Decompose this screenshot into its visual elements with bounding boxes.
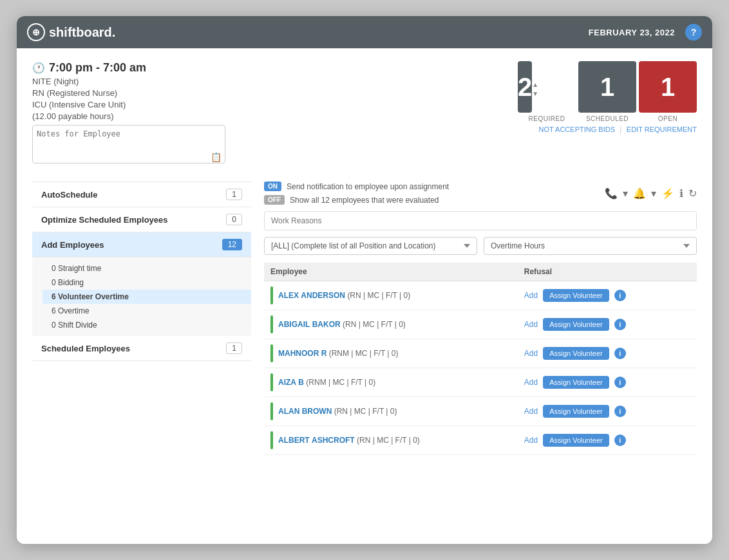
shift-role: RN (Registered Nurse)	[32, 88, 225, 98]
header: ⊕ shiftboard. FEBRUARY 23, 2022 ?	[17, 16, 712, 48]
open-label: OPEN	[639, 115, 697, 122]
col-employee: Employee	[264, 263, 518, 281]
employee-info-icon[interactable]: i	[614, 406, 626, 417]
clock-icon: 🕐	[32, 62, 45, 74]
toggle-evaluated-line: OFF Show all 12 employees that were eval…	[264, 195, 449, 205]
add-link[interactable]: Add	[524, 407, 538, 416]
assign-volunteer-button[interactable]: Assign Volunteer	[543, 289, 609, 302]
emp-name: ALEX ANDERSON (RN | MC | F/T | 0)	[278, 291, 410, 300]
refusal-cell: Add Assign Volunteer i	[518, 368, 697, 397]
emp-bar	[270, 344, 273, 362]
employee-info-icon[interactable]: i	[614, 434, 626, 446]
table-row: ABIGAIL BAKOR (RN | MC | F/T | 0) Add As…	[264, 310, 697, 339]
logo: ⊕ shiftboard.	[27, 23, 115, 41]
emp-name: AIZA B (RNM | MC | F/T | 0)	[278, 378, 375, 387]
stats-actions: NOT ACCEPTING BIDS | EDIT REQUIREMENT	[518, 125, 697, 134]
add-link[interactable]: Add	[524, 291, 538, 300]
refusal-cell: Add Assign Volunteer i	[518, 426, 697, 455]
employee-info-icon[interactable]: i	[614, 319, 626, 330]
shift-time: 🕐 7:00 pm - 7:00 am	[32, 61, 225, 75]
add-link[interactable]: Add	[524, 320, 538, 329]
employee-cell: AIZA B (RNM | MC | F/T | 0)	[264, 368, 518, 397]
assign-volunteer-button[interactable]: Assign Volunteer	[543, 318, 609, 331]
filter-row: [ALL] (Complete list of all Position and…	[264, 237, 697, 255]
assign-volunteer-button[interactable]: Assign Volunteer	[543, 347, 609, 360]
scheduled-number: 1	[578, 61, 636, 113]
phone-icon[interactable]: 📞	[605, 187, 618, 200]
refresh-icon[interactable]: ↻	[688, 187, 697, 200]
sidebar-item-scheduled-employees[interactable]: Scheduled Employees 1	[32, 336, 251, 361]
sub-overtime[interactable]: 6 Overtime	[43, 304, 251, 318]
right-top: ON Send notification to employee upon as…	[264, 182, 697, 205]
info-icon[interactable]: ℹ	[679, 187, 683, 200]
assign-volunteer-button[interactable]: Assign Volunteer	[543, 434, 609, 447]
sub-straight-time[interactable]: 0 Straight time	[43, 261, 251, 275]
table-row: ALAN BROWN (RN | MC | F/T | 0) Add Assig…	[264, 397, 697, 426]
bell-icon[interactable]: 🔔	[633, 187, 646, 200]
lower-section: AutoSchedule 1 Optimize Scheduled Employ…	[32, 182, 697, 531]
refusal-cell: Add Assign Volunteer i	[518, 397, 697, 426]
sub-bidding[interactable]: 0 Bidding	[43, 275, 251, 290]
hours-type-select[interactable]: Overtime Hours	[484, 237, 697, 255]
table-row: ALBERT ASHCROFT (RN | MC | F/T | 0) Add …	[264, 426, 697, 455]
employee-info-icon[interactable]: i	[614, 290, 626, 301]
refusal-cell: Add Assign Volunteer i	[518, 281, 697, 310]
position-location-select[interactable]: [ALL] (Complete list of all Position and…	[264, 237, 477, 255]
employee-info-icon[interactable]: i	[614, 348, 626, 359]
employee-cell: ALEX ANDERSON (RN | MC | F/T | 0)	[264, 281, 518, 310]
work-reasons-input[interactable]	[264, 211, 697, 230]
assign-volunteer-button[interactable]: Assign Volunteer	[543, 376, 609, 389]
sidebar-item-optimize[interactable]: Optimize Scheduled Employees 0	[32, 207, 251, 232]
emp-bar	[270, 286, 273, 304]
stats-boxes: 2 ▲ ▼ REQUIRED 1 SCHEDUL	[518, 61, 697, 122]
toggle-notification-line: ON Send notification to employee upon as…	[264, 182, 449, 191]
emp-name: ABIGAIL BAKOR (RN | MC | F/T | 0)	[278, 320, 406, 329]
scheduled-employees-count: 1	[226, 342, 242, 354]
bell-dropdown-icon[interactable]: ▾	[651, 187, 656, 200]
shift-type: NITE (Night)	[32, 77, 225, 86]
emp-bar	[270, 373, 273, 391]
emp-bar	[270, 431, 273, 449]
add-link[interactable]: Add	[524, 378, 538, 387]
autoschedule-count: 1	[226, 189, 242, 200]
sub-shift-divide[interactable]: 0 Shift Divide	[43, 318, 251, 332]
employee-cell: ALBERT ASHCROFT (RN | MC | F/T | 0)	[264, 426, 518, 455]
emp-bar	[270, 402, 273, 420]
sidebar-item-add-employees[interactable]: Add Employees 12	[32, 232, 251, 257]
col-refusal: Refusal	[518, 263, 697, 281]
sidebar-item-autoschedule[interactable]: AutoSchedule 1	[32, 182, 251, 207]
filter-icon[interactable]: ⚡	[661, 187, 674, 200]
required-number: 2	[518, 61, 532, 113]
employee-cell: ALAN BROWN (RN | MC | F/T | 0)	[264, 397, 518, 426]
optimize-label: Optimize Scheduled Employees	[41, 215, 168, 225]
add-link[interactable]: Add	[524, 436, 538, 445]
right-panel: ON Send notification to employee upon as…	[264, 182, 697, 531]
app-window: ⊕ shiftboard. FEBRUARY 23, 2022 ? 🕐 7:00…	[17, 16, 712, 544]
add-link[interactable]: Add	[524, 349, 538, 358]
top-section: 🕐 7:00 pm - 7:00 am NITE (Night) RN (Reg…	[32, 61, 697, 166]
stat-arrows[interactable]: ▲ ▼	[532, 77, 538, 97]
stat-scheduled: 1 SCHEDULED	[578, 61, 636, 122]
notes-wrapper: 📋	[32, 125, 225, 166]
arrow-up[interactable]: ▲	[532, 82, 538, 88]
main-content: 🕐 7:00 pm - 7:00 am NITE (Night) RN (Reg…	[17, 48, 712, 544]
right-icons: 📞 ▾ 🔔 ▾ ⚡ ℹ ↻	[605, 187, 697, 200]
employee-cell: ABIGAIL BAKOR (RN | MC | F/T | 0)	[264, 310, 518, 339]
not-accepting-bids-link[interactable]: NOT ACCEPTING BIDS	[539, 126, 615, 133]
payable-hours: (12.00 payable hours)	[32, 111, 225, 121]
employee-info-icon[interactable]: i	[614, 377, 626, 388]
assign-volunteer-button[interactable]: Assign Volunteer	[543, 405, 609, 418]
arrow-down[interactable]: ▼	[532, 91, 538, 97]
notes-textarea[interactable]	[32, 125, 225, 163]
employee-cell: MAHNOOR R (RNM | MC | F/T | 0)	[264, 339, 518, 368]
help-button[interactable]: ?	[685, 24, 702, 41]
toggle-notification-btn[interactable]: ON	[264, 182, 281, 191]
toggle-row: ON Send notification to employee upon as…	[264, 182, 449, 205]
edit-requirement-link[interactable]: EDIT REQUIREMENT	[627, 126, 697, 133]
add-employees-label: Add Employees	[41, 240, 104, 250]
toggle-evaluated-btn[interactable]: OFF	[264, 195, 285, 205]
header-right: FEBRUARY 23, 2022 ?	[589, 24, 702, 41]
sub-volunteer-overtime[interactable]: 6 Volunteer Overtime	[43, 290, 251, 304]
notes-copy-icon: 📋	[211, 152, 222, 162]
dropdown-icon[interactable]: ▾	[623, 187, 628, 200]
